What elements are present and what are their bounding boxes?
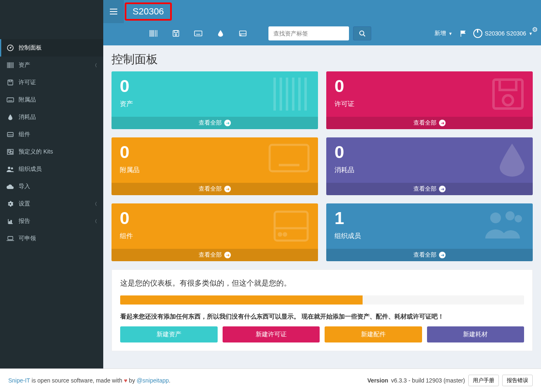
create-dropdown[interactable]: 新增▼ — [434, 30, 453, 37]
sidebar-item-chart[interactable]: 报告〈 — [0, 213, 103, 230]
chevron-left-icon: 〈 — [93, 201, 97, 207]
sidebar-item-hdd[interactable]: 组件 — [0, 126, 103, 143]
flag-button[interactable] — [460, 30, 466, 37]
hdd-icon — [6, 132, 14, 137]
sidebar-item-barcode[interactable]: 资产〈 — [0, 57, 103, 74]
sidebar: 控制面板资产〈许可证附属品消耗品组件预定义的 Kits组织成员导入设置〈报告〈可… — [0, 0, 103, 368]
search-button[interactable] — [353, 26, 371, 40]
search-input[interactable] — [268, 26, 349, 40]
sidebar-item-label: 资产 — [19, 61, 30, 69]
create-button[interactable]: 新建资产 — [120, 326, 218, 342]
arrow-right-icon: ➜ — [224, 120, 231, 126]
sidebar-item-label: 报告 — [19, 217, 30, 225]
save-icon — [6, 80, 14, 85]
progress-bar-fill — [120, 295, 363, 305]
nav-consumables-icon[interactable] — [211, 26, 230, 40]
view-all-link[interactable]: 查看全部 ➜ — [112, 183, 318, 195]
stat-box-keyboard: 0附属品查看全部 ➜ — [112, 137, 318, 195]
svg-rect-8 — [8, 80, 13, 85]
power-icon — [473, 29, 482, 38]
topbar: S20306 — [103, 0, 541, 23]
caret-down-icon: ▼ — [448, 31, 453, 36]
svg-point-70 — [284, 233, 286, 236]
view-all-link[interactable]: 查看全部 ➜ — [112, 249, 318, 261]
heart-icon: ♥ — [124, 377, 127, 384]
chevron-left-icon: 〈 — [93, 62, 97, 68]
save-icon — [173, 30, 179, 37]
brand-title[interactable]: S20306 — [125, 2, 172, 21]
sidebar-item-gear[interactable]: 设置〈 — [0, 195, 103, 213]
user-menu[interactable]: S20306 S20306 ▼ — [473, 29, 533, 38]
keyboard-icon — [6, 97, 14, 102]
svg-rect-53 — [500, 80, 516, 90]
create-button[interactable]: 新建配件 — [325, 326, 422, 342]
laptop-icon — [6, 236, 14, 241]
barcode-icon — [273, 78, 310, 111]
footer: Snipe-IT is open source software, made w… — [0, 368, 541, 392]
barcode-icon — [6, 62, 14, 68]
svg-rect-55 — [270, 145, 308, 171]
sidebar-item-keyboard[interactable]: 附属品 — [0, 91, 103, 109]
barcode-icon — [149, 30, 158, 37]
dashboard-icon — [6, 45, 14, 51]
arrow-right-icon: ➜ — [224, 252, 231, 258]
welcome-title: 这是您的仪表板。有很多类似的，但这个就是您的。 — [120, 278, 524, 288]
create-button[interactable]: 新建许可证 — [223, 326, 320, 342]
sidebar-item-label: 导入 — [19, 183, 30, 190]
sidebar-item-label: 预定义的 Kits — [19, 148, 53, 156]
view-all-link[interactable]: 查看全部 ➜ — [112, 117, 318, 129]
menu-toggle-button[interactable] — [103, 0, 124, 23]
stats-grid: 0资产查看全部 ➜0许可证查看全部 ➜0附属品查看全部 ➜0消耗品查看全部 ➜0… — [103, 71, 541, 261]
keyboard-icon — [268, 144, 310, 172]
footer-brand-link[interactable]: Snipe-IT — [8, 377, 30, 384]
svg-point-17 — [8, 167, 10, 169]
svg-rect-12 — [7, 132, 13, 137]
view-all-link[interactable]: 查看全部 ➜ — [326, 117, 533, 129]
svg-point-72 — [505, 211, 515, 220]
nav-assets-icon[interactable] — [145, 26, 163, 40]
svg-point-71 — [490, 213, 501, 223]
sidebar-item-dashboard[interactable]: 控制面板 — [0, 39, 103, 57]
svg-rect-22 — [11, 220, 12, 224]
view-all-link[interactable]: 查看全部 ➜ — [326, 183, 533, 195]
footer-handle-link[interactable]: @snipeitapp — [137, 377, 169, 384]
users-icon — [483, 210, 524, 239]
manual-button[interactable]: 用户手册 — [468, 375, 499, 386]
create-button[interactable]: 新建耗材 — [427, 326, 524, 342]
sidebar-item-laptop[interactable]: 可申领 — [0, 230, 103, 247]
sidebar-item-save[interactable]: 许可证 — [0, 74, 103, 91]
view-all-link[interactable]: 查看全部 ➜ — [326, 249, 533, 261]
welcome-panel: 这是您的仪表板。有很多类似的，但这个就是您的。 看起来您还没有添加任何东西，所以… — [112, 269, 533, 351]
gears-icon: ⚙ — [532, 26, 538, 33]
sidebar-item-label: 许可证 — [19, 79, 36, 86]
sidebar-item-object-group[interactable]: 预定义的 Kits — [0, 143, 103, 161]
stat-box-hdd: 0组件查看全部 ➜ — [112, 203, 318, 261]
report-bug-button[interactable]: 报告错误 — [502, 375, 533, 386]
svg-point-73 — [515, 215, 522, 222]
sidebar-item-label: 组织成员 — [19, 165, 42, 173]
save-icon — [491, 78, 524, 111]
footer-text: Snipe-IT is open source software, made w… — [8, 377, 171, 384]
search-icon — [359, 30, 365, 37]
svg-rect-32 — [174, 31, 178, 33]
tint-icon — [6, 114, 14, 120]
nav-licenses-icon[interactable] — [167, 26, 185, 40]
svg-rect-34 — [195, 31, 202, 36]
sidebar-item-label: 控制面板 — [19, 44, 42, 52]
nav-accessories-icon[interactable] — [189, 26, 207, 40]
sidebar-item-users[interactable]: 组织成员 — [0, 161, 103, 178]
sidebar-item-label: 可申领 — [19, 235, 36, 242]
hdd-icon — [273, 210, 310, 243]
nav-components-icon[interactable] — [234, 26, 252, 40]
settings-gear-button[interactable]: ⚙ — [532, 26, 538, 33]
version-text: Version v6.3.3 - build 12903 (master) — [368, 377, 465, 384]
sidebar-item-label: 附属品 — [19, 96, 36, 104]
arrow-right-icon: ➜ — [439, 252, 446, 258]
header-toolbar: 新增▼ S20306 S20306 ▼ — [103, 23, 541, 45]
sidebar-item-tint[interactable]: 消耗品 — [0, 109, 103, 126]
arrow-right-icon: ➜ — [439, 186, 446, 192]
create-label: 新增 — [434, 30, 446, 37]
sidebar-item-cloud[interactable]: 导入 — [0, 178, 103, 195]
chevron-left-icon: 〈 — [93, 218, 97, 224]
svg-point-42 — [240, 35, 241, 35]
